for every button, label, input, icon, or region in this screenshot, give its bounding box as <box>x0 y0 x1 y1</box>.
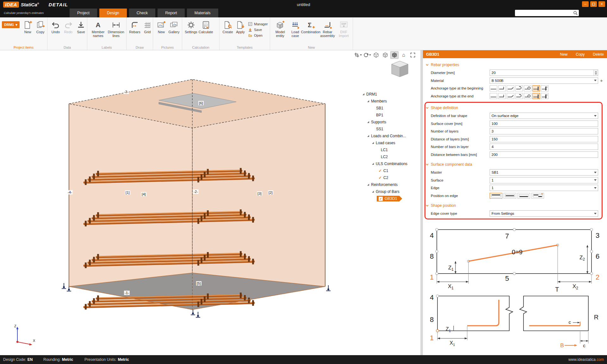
new-project-item-button[interactable]: New <box>22 19 34 34</box>
drm1-dropdown-button[interactable]: DRM1▾ <box>2 21 20 28</box>
check-icon[interactable]: ✓ <box>379 169 382 173</box>
tree-item-lc2[interactable]: LC2 <box>361 153 420 160</box>
tree-item-lc1[interactable]: LC1 <box>361 146 420 153</box>
anchorage-hook180-button[interactable] <box>515 93 523 99</box>
dropdown-caret[interactable] <box>593 78 598 83</box>
tab-project[interactable]: Project <box>70 9 97 17</box>
undo-button[interactable]: Undo <box>49 19 62 34</box>
dropdown-caret[interactable] <box>593 211 598 216</box>
maximize-button[interactable] <box>590 1 597 7</box>
tree-item-loads[interactable]: Loads and Combin... <box>361 133 420 139</box>
tab-report[interactable]: Report <box>158 9 185 17</box>
dimension-lines-button[interactable]: Dimension lines <box>107 19 125 38</box>
anchorage-straight-button[interactable] <box>490 85 497 91</box>
member-names-button[interactable]: A Member names <box>89 19 107 38</box>
delete-rebar-button[interactable]: Delete <box>593 52 604 57</box>
anchorage-loop-button[interactable] <box>524 85 531 91</box>
bars-in-layer-input[interactable] <box>490 144 598 150</box>
tree-item-gb3d1[interactable]: ✓ GB3D1 <box>361 195 420 202</box>
number-of-layers-input[interactable] <box>490 128 598 134</box>
copy-project-item-button[interactable]: Copy <box>34 19 47 34</box>
diameter-input[interactable] <box>490 70 598 76</box>
settings-button[interactable]: Settings <box>184 19 198 34</box>
tree-item-c2[interactable]: ✓C2 <box>361 174 420 181</box>
model-entity-button[interactable]: Model entity <box>272 19 288 38</box>
copy-rebar-button[interactable]: Copy <box>576 52 585 57</box>
tree-item-group-of-bars[interactable]: Group of Bars <box>361 188 420 195</box>
spin-down-icon[interactable] <box>595 73 597 75</box>
section-cut-button[interactable] <box>354 51 362 59</box>
tree-item-supports[interactable]: Supports <box>361 119 420 126</box>
3d-scene[interactable] <box>0 50 420 355</box>
grid-button[interactable]: Grid <box>141 19 154 34</box>
anchorage-hook90-button[interactable] <box>498 85 506 91</box>
expander-icon[interactable] <box>372 142 374 144</box>
surface-select[interactable] <box>490 177 598 183</box>
section-rebar-properties[interactable]: Rebar properties <box>423 61 607 69</box>
tab-materials[interactable]: Materials <box>187 9 218 17</box>
edge-select[interactable] <box>490 185 598 191</box>
anchorage-plate-ext-button[interactable] <box>541 85 548 91</box>
gallery-button[interactable]: Gallery <box>168 19 180 34</box>
tree-item-ss1[interactable]: SS1 <box>361 126 420 133</box>
anchorage-plate-button[interactable] <box>532 93 540 99</box>
close-button[interactable]: × <box>598 1 605 7</box>
orbit-button[interactable] <box>363 51 371 59</box>
tree-item-c1[interactable]: ✓C1 <box>361 167 420 174</box>
template-manager-button[interactable]: Manager <box>248 22 268 26</box>
home-view-button[interactable]: ⌂ <box>400 51 408 59</box>
anchorage-straight-button[interactable] <box>490 93 497 99</box>
tree-item-drm1[interactable]: DRM1 <box>361 91 420 98</box>
search-box[interactable] <box>515 10 579 16</box>
save-button[interactable]: Save <box>75 19 87 34</box>
edge-cover-select[interactable] <box>490 210 598 217</box>
bar-shape-select[interactable] <box>490 113 598 119</box>
expander-icon[interactable] <box>367 184 369 186</box>
position-top-button[interactable] <box>490 193 502 199</box>
create-template-button[interactable]: Create <box>221 19 234 34</box>
distance-between-bars-input[interactable] <box>490 151 598 158</box>
surface-cover-input[interactable] <box>490 120 598 127</box>
new-rebar-button[interactable]: New <box>560 52 567 57</box>
dropdown-caret[interactable] <box>593 177 598 183</box>
solid-view-button[interactable] <box>381 51 389 59</box>
position-middle-button[interactable] <box>504 193 516 199</box>
tab-check[interactable]: Check <box>129 9 155 17</box>
anchorage-hook180-button[interactable] <box>515 85 523 91</box>
anchorage-plate-button[interactable] <box>532 85 540 91</box>
check-icon[interactable]: ✓ <box>379 176 382 180</box>
dropdown-caret[interactable] <box>593 170 598 175</box>
section-shape-position[interactable]: Shape position <box>423 201 607 210</box>
position-bottom-button[interactable] <box>517 193 530 199</box>
expander-icon[interactable] <box>372 163 374 165</box>
tree-item-members[interactable]: Members <box>361 98 420 105</box>
apply-template-button[interactable]: Apply <box>234 19 247 34</box>
tree-item-uls-combinations[interactable]: ULS Combinations <box>361 160 420 167</box>
anchorage-hook45-button[interactable] <box>507 93 514 99</box>
dropdown-caret[interactable] <box>593 185 598 191</box>
website-link[interactable]: www.ideastatica.com <box>568 357 604 362</box>
tree-item-reinforcements[interactable]: Reinforcements <box>361 181 420 188</box>
calculate-button[interactable]: Calculate <box>198 19 214 34</box>
add-material-button[interactable]: + <box>599 78 604 83</box>
spin-up-icon[interactable] <box>595 71 597 72</box>
anchorage-plate-ext-button[interactable] <box>541 93 548 99</box>
shaded-view-button[interactable] <box>390 51 399 59</box>
anchorage-hook90-button[interactable] <box>498 93 506 99</box>
expander-icon[interactable] <box>367 100 369 102</box>
position-custom-button[interactable] <box>531 193 544 199</box>
expander-icon[interactable] <box>367 121 369 123</box>
anchorage-loop-button[interactable] <box>524 93 531 99</box>
minimize-button[interactable]: – <box>582 1 589 7</box>
wireframe-view-button[interactable] <box>372 51 380 59</box>
dxf-import-button[interactable]: DXF DXF Import <box>336 19 351 38</box>
selected-item-tag[interactable]: ✓ GB3D1 <box>377 196 402 201</box>
section-shape-definition[interactable]: Shape definition <box>423 104 607 112</box>
master-select[interactable] <box>490 169 598 176</box>
fullscreen-button[interactable] <box>409 51 417 59</box>
expander-icon[interactable] <box>367 135 369 137</box>
load-case-button[interactable]: Load case <box>288 19 302 38</box>
expander-icon[interactable] <box>372 191 374 193</box>
tree-item-bp1[interactable]: BP1 <box>361 112 420 119</box>
anchorage-hook45-button[interactable] <box>507 85 514 91</box>
